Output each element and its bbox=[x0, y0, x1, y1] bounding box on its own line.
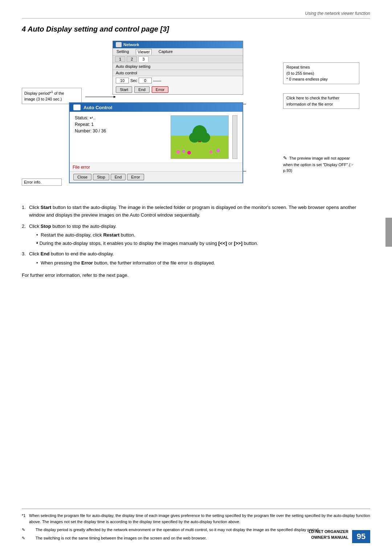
preview-landscape bbox=[171, 116, 228, 159]
header-text: Using the network viewer function bbox=[305, 11, 370, 16]
footnote-text-1: When selecting the program file for auto… bbox=[29, 513, 370, 524]
repeat-unit-label: —— bbox=[153, 78, 161, 83]
preview-image bbox=[171, 115, 229, 159]
error-info-label: Error info. bbox=[24, 180, 41, 184]
footer-note-1: *1 When selecting the program file for a… bbox=[22, 513, 370, 525]
num-3: 3. bbox=[22, 250, 26, 258]
repeat-row: Repeat: 1 bbox=[75, 122, 167, 127]
file-error-text[interactable]: File error bbox=[73, 165, 90, 170]
repeat-times-callout: Repeat times(0 to 255 times)* 0 means en… bbox=[283, 62, 359, 84]
restart-bold: Restart bbox=[103, 232, 119, 238]
ac-titlebar: Auto Control bbox=[70, 103, 242, 112]
num-2: 2. bbox=[22, 223, 26, 230]
pencil-icon-2: ✎ bbox=[22, 535, 25, 541]
ac-end-button[interactable]: End bbox=[111, 174, 126, 180]
repeat-times-text: Repeat times(0 to 255 times)* 0 means en… bbox=[286, 65, 328, 81]
ac-footer: File error bbox=[70, 163, 242, 171]
svg-point-13 bbox=[187, 151, 191, 155]
pencil-icon-preview: ✎ bbox=[283, 155, 287, 161]
preview-note-callout: ✎ The preview image will not appear when… bbox=[283, 153, 359, 175]
preview-note-text: The preview image will not appear when t… bbox=[283, 156, 354, 173]
start-button[interactable]: Start bbox=[116, 86, 132, 93]
window-tabs: 1 2 3 bbox=[113, 56, 243, 63]
ac-content: Status: ↵.. Repeat: 1 Number: 30 / 36 bbox=[70, 112, 242, 163]
tab-1[interactable]: 1 bbox=[115, 56, 125, 62]
scrollbar[interactable] bbox=[232, 115, 237, 159]
auto-control-section: Auto control bbox=[113, 70, 243, 76]
click-here-text: Click here to check the further informat… bbox=[286, 96, 339, 106]
auto-display-section: Auto display setting bbox=[113, 63, 243, 70]
network-window: Network Setting Viewer Capture 1 2 3 Aut… bbox=[113, 41, 243, 95]
window-titlebar: Network bbox=[113, 41, 243, 48]
page-header: Using the network viewer function bbox=[22, 11, 370, 19]
titlebar-icon bbox=[116, 42, 122, 47]
repeat-value-input[interactable] bbox=[139, 78, 152, 83]
prev-btn-bold: [<<] bbox=[219, 241, 227, 246]
start-bold: Start bbox=[41, 205, 52, 210]
tab-3[interactable]: 3 bbox=[138, 56, 148, 62]
instruction-list: 1. Click Start button to start the auto-… bbox=[22, 204, 370, 267]
time-value-input[interactable] bbox=[116, 78, 129, 83]
sub-bullet-note: * During the auto-display stops, it enab… bbox=[36, 240, 370, 247]
status-value: ↵.. bbox=[90, 115, 96, 120]
close-button[interactable]: Close bbox=[73, 174, 91, 180]
menu-viewer[interactable]: Viewer bbox=[136, 49, 151, 54]
sub-bullet-restart: Restart the auto-display, click Restart … bbox=[36, 231, 370, 239]
menu-capture[interactable]: Capture bbox=[157, 49, 174, 54]
display-period-text: Display period*1 of theimage (3 to 240 s… bbox=[24, 91, 64, 102]
svg-point-10 bbox=[199, 132, 210, 143]
svg-point-9 bbox=[189, 132, 200, 143]
svg-point-11 bbox=[176, 150, 180, 154]
error-info-callout: Error info. bbox=[22, 178, 62, 186]
brand-line2: OWNER'S MANUAL bbox=[309, 535, 348, 540]
stop-button[interactable]: Stop bbox=[93, 174, 109, 180]
instruction-3: 3. Click End button to end the auto-disp… bbox=[22, 250, 370, 266]
svg-point-15 bbox=[216, 149, 220, 152]
window-title: Network bbox=[123, 42, 139, 47]
number-label: Number: bbox=[75, 128, 91, 134]
num-1: 1. bbox=[22, 204, 26, 212]
further-error-text: For further error information, refer to … bbox=[22, 272, 370, 278]
status-row: Status: ↵.. bbox=[75, 115, 167, 120]
tab-2[interactable]: 2 bbox=[127, 56, 137, 62]
time-row: Sec —— bbox=[113, 76, 243, 85]
number-row: Number: 30 / 36 bbox=[75, 128, 167, 134]
diagram-container: Display period*1 of theimage (3 to 240 s… bbox=[22, 41, 370, 193]
sub-bullet-error: When pressing the Error button, the furt… bbox=[36, 259, 370, 267]
ac-error-button[interactable]: Error bbox=[127, 174, 144, 180]
repeat-num: 1 bbox=[91, 122, 94, 127]
window-menu: Setting Viewer Capture bbox=[113, 48, 243, 56]
footer-area: *1 When selecting the program file for a… bbox=[22, 509, 370, 543]
sub-bullets-2: Restart the auto-display, click Restart … bbox=[29, 231, 370, 247]
instruction-1: 1. Click Start button to start the auto-… bbox=[22, 204, 370, 219]
next-btn-bold: [>>] bbox=[234, 241, 242, 246]
brand-text: LD-NET ORGANIZER OWNER'S MANUAL bbox=[309, 529, 348, 540]
section-number: 4 bbox=[22, 25, 26, 33]
error-bold: Error bbox=[81, 260, 93, 266]
auto-control-window: Auto Control Status: ↵.. Repeat: 1 Numbe… bbox=[69, 102, 243, 183]
brand-line1: LD-NET ORGANIZER bbox=[309, 529, 348, 534]
page-number: 95 bbox=[357, 532, 366, 541]
sec-label: Sec bbox=[130, 78, 137, 83]
ac-title: Auto Control bbox=[83, 105, 112, 110]
section-title: 4 Auto Display setting and control page … bbox=[22, 25, 370, 33]
star-marker: * bbox=[36, 241, 40, 246]
ac-info: Status: ↵.. Repeat: 1 Number: 30 / 36 bbox=[75, 115, 167, 159]
click-here-callout: Click here to check the further informat… bbox=[283, 93, 359, 109]
end-bold: End bbox=[41, 251, 50, 257]
pencil-icon-1: ✎ bbox=[22, 527, 25, 533]
svg-point-14 bbox=[209, 151, 212, 153]
sidebar-bar bbox=[385, 218, 392, 247]
sub-bullets-3: When pressing the Error button, the furt… bbox=[29, 259, 370, 267]
number-num: 30 / 36 bbox=[93, 128, 106, 134]
status-label: Status: bbox=[75, 115, 88, 120]
repeat-label: Repeat: bbox=[75, 122, 90, 127]
menu-setting[interactable]: Setting bbox=[115, 49, 130, 54]
section-title-text: Auto Display setting and control page [3… bbox=[28, 25, 169, 33]
error-button[interactable]: Error bbox=[152, 86, 168, 93]
content-body: 1. Click Start button to start the auto-… bbox=[22, 204, 370, 278]
instruction-2: 2. Click Stop button to stop the auto-di… bbox=[22, 223, 370, 247]
end-button[interactable]: End bbox=[134, 86, 150, 93]
ac-icon bbox=[73, 104, 81, 110]
ac-buttons: Close Stop End Error bbox=[70, 171, 242, 182]
